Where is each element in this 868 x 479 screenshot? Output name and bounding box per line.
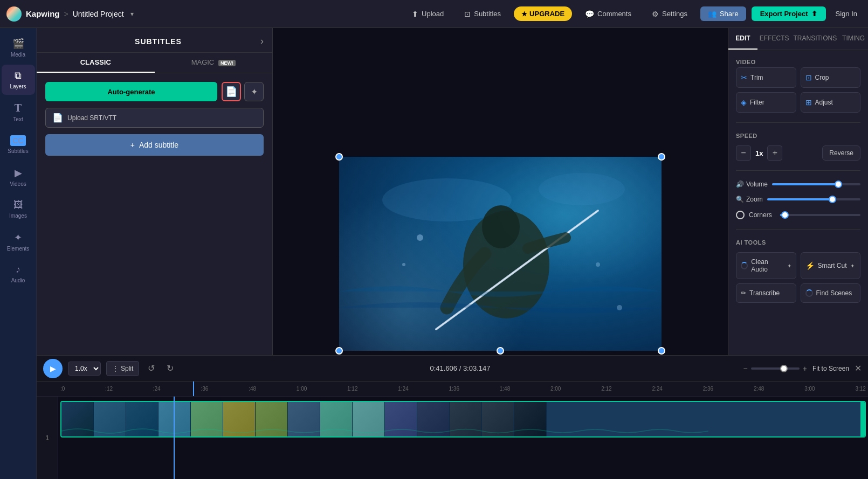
zoom-slider-thumb[interactable] [829, 196, 836, 203]
ruler-mark-12: 2:24 [652, 386, 662, 392]
play-icon: ▶ [50, 364, 56, 373]
add-subtitle-button[interactable]: + Add subtitle [45, 134, 264, 156]
comments-button[interactable]: 💬 Comments [577, 6, 639, 22]
panel-close-button[interactable]: › [260, 36, 264, 47]
smart-cut-button[interactable]: ⚡ Smart Cut ✦ [801, 252, 861, 279]
sidebar-item-videos[interactable]: ▶ Videos [2, 162, 35, 192]
settings-button[interactable]: ⚙ Settings [644, 6, 695, 22]
brand-name[interactable]: Kapwing [26, 9, 60, 18]
ruler-mark-16: 3:12 [855, 386, 865, 392]
divider-3 [736, 229, 860, 230]
elements-icon: ✦ [14, 232, 22, 244]
top-navigation: Kapwing > Untitled Project ▾ ⬆ Upload ⊡ … [0, 0, 868, 28]
volume-slider-fill [772, 183, 838, 185]
handle-bottom-center[interactable] [497, 347, 504, 355]
tab-timing[interactable]: TIMING [839, 28, 868, 50]
video-track[interactable] [60, 401, 866, 438]
sidebar-item-images[interactable]: 🖼 Images [2, 194, 35, 224]
speed-increase-button[interactable]: + [767, 145, 782, 161]
waveform-svg [61, 426, 708, 436]
volume-slider-thumb[interactable] [835, 181, 842, 188]
timeline-ruler: :0 :12 :24 :36 :48 1:00 1:12 1:24 1:36 1… [37, 381, 868, 397]
sidebar-item-text[interactable]: T Text [2, 97, 35, 127]
upload-button[interactable]: ⬆ Upload [404, 6, 451, 22]
track-segment [61, 402, 865, 436]
export-button[interactable]: Export Project ⬆ [752, 6, 826, 21]
close-timeline-button[interactable]: ✕ [855, 363, 862, 373]
reverse-button[interactable]: Reverse [822, 145, 860, 161]
video-canvas[interactable]: ↻ [339, 157, 662, 351]
project-name[interactable]: Untitled Project [73, 10, 124, 18]
handle-top-left[interactable] [335, 153, 343, 161]
handle-bottom-left[interactable] [335, 347, 343, 355]
corners-icon [736, 211, 745, 219]
ruler-mark-4: :48 [249, 386, 256, 392]
tab-transitions[interactable]: TRANSITIONS [791, 28, 839, 50]
project-dropdown-icon[interactable]: ▾ [130, 10, 134, 18]
upgrade-button[interactable]: ★ UPGRADE [514, 6, 572, 21]
filter-button[interactable]: ◈ Filter [736, 92, 796, 113]
track-label-1: 1 [37, 397, 58, 479]
sidebar-item-layers[interactable]: ⧉ Layers [2, 65, 35, 95]
clean-audio-button[interactable]: Clean Audio ✦ [736, 252, 796, 279]
corners-slider-track[interactable] [780, 214, 860, 216]
zoom-row: 🔍 Zoom [736, 196, 860, 203]
signin-button[interactable]: Sign In [831, 10, 862, 18]
timeline-zoom-slider[interactable] [751, 367, 800, 370]
volume-label: 🔊 Volume [736, 181, 768, 188]
sidebar-item-elements[interactable]: ✦ Elements [2, 226, 35, 256]
breadcrumb-separator: > [64, 10, 68, 18]
crop-button[interactable]: ⊡ Crop [801, 67, 861, 88]
handle-top-right[interactable] [658, 153, 665, 161]
transcribe-button[interactable]: ✏ Transcribe [736, 283, 796, 303]
corners-slider-thumb[interactable] [781, 211, 789, 219]
zoom-controls: − + [743, 364, 807, 373]
upload-file-icon: 📄 [52, 113, 63, 123]
tab-classic[interactable]: CLASSIC [37, 53, 155, 73]
zoom-icon: 🔍 [736, 196, 744, 203]
upload-icon: ⬆ [412, 10, 418, 18]
ruler-mark-7: 1:24 [398, 386, 408, 392]
fit-to-screen-button[interactable]: Fit to Screen [812, 365, 849, 372]
subtitles-button[interactable]: ⊡ Subtitles [457, 6, 508, 22]
time-display: 0:41.606 / 3:03.147 [430, 364, 490, 372]
undo-button[interactable]: ↺ [144, 361, 158, 376]
tab-edit[interactable]: EDIT [728, 28, 757, 50]
volume-icon: 🔊 [736, 181, 744, 188]
zoom-slider-track[interactable] [767, 198, 860, 200]
tab-magic[interactable]: MAGIC NEW! [155, 53, 273, 73]
sparkle-button[interactable]: ✦ [244, 82, 264, 101]
auto-generate-button[interactable]: Auto-generate [45, 82, 217, 101]
adjust-button[interactable]: ⊞ Adjust [801, 92, 861, 113]
zoom-out-icon[interactable]: − [743, 364, 748, 373]
speed-decrease-button[interactable]: − [736, 145, 751, 161]
upgrade-star-icon: ★ [521, 10, 527, 18]
share-button[interactable]: 👥 Share [700, 6, 746, 21]
playback-speed-select[interactable]: 1.0x 0.5x 1.5x 2.0x [68, 362, 101, 376]
adjust-icon: ⊞ [805, 98, 812, 107]
upload-srt-icon-button[interactable]: 📄 [222, 82, 241, 101]
left-sidebar: 🎬 Media ⧉ Layers T Text CC Subtitles ▶ V… [0, 28, 37, 479]
zoom-label: 🔍 Zoom [736, 196, 763, 203]
sidebar-item-audio[interactable]: ♪ Audio [2, 259, 35, 289]
redo-button[interactable]: ↻ [163, 361, 177, 376]
zoom-in-icon[interactable]: + [803, 364, 807, 373]
volume-slider-track[interactable] [772, 183, 860, 185]
play-button[interactable]: ▶ [43, 359, 63, 378]
find-scenes-button[interactable]: Find Scenes [801, 283, 861, 303]
playhead-line[interactable] [193, 381, 194, 397]
bolt-icon: ⚡ [805, 261, 815, 270]
split-button[interactable]: ⋮ Split [106, 361, 139, 376]
track-end-handle[interactable] [860, 402, 865, 436]
images-icon: 🖼 [13, 199, 23, 211]
trim-button[interactable]: ✂ Trim [736, 67, 796, 88]
divider-2 [736, 170, 860, 171]
crop-icon: ⊡ [805, 73, 812, 82]
sidebar-item-subtitles[interactable]: CC Subtitles [2, 129, 35, 159]
timeline-toolbar: ▶ 1.0x 0.5x 1.5x 2.0x ⋮ Split ↺ ↻ 0:41.6… [37, 356, 868, 381]
sidebar-item-media[interactable]: 🎬 Media [2, 32, 35, 63]
timeline-zoom-thumb[interactable] [780, 365, 788, 372]
handle-bottom-right[interactable] [658, 347, 665, 355]
tab-effects[interactable]: EFFECTS [757, 28, 791, 50]
divider-1 [736, 122, 860, 123]
